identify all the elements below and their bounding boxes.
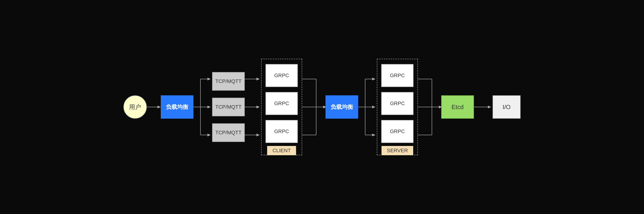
- client-grpc-2: GRPC: [265, 92, 298, 115]
- etcd-node: Etcd: [441, 95, 474, 119]
- branch-lines-right: [358, 67, 377, 147]
- architecture-diagram: 用户 负载均衡 TCP/MQTT TCP/MQ: [124, 59, 520, 155]
- svg-marker-13: [256, 106, 260, 108]
- client-grpc-2-label: GRPC: [274, 100, 289, 107]
- svg-marker-25: [372, 78, 376, 80]
- arrow-1: [147, 105, 161, 109]
- server-grpc-2: GRPC: [381, 92, 414, 115]
- server-grpc-1-label: GRPC: [390, 72, 405, 79]
- server-label: SERVER: [382, 146, 413, 155]
- lb2-label: 负载均衡: [331, 103, 353, 111]
- client-label: CLIENT: [267, 146, 296, 155]
- client-grpc-3-label: GRPC: [274, 128, 289, 135]
- client-grpc-1-label: GRPC: [274, 72, 289, 79]
- server-grpc-1: GRPC: [381, 64, 414, 87]
- svg-marker-27: [372, 106, 376, 108]
- tcp-mqtt-2-label: TCP/MQTT: [215, 104, 242, 110]
- client-grpc-1: GRPC: [265, 64, 298, 87]
- svg-marker-5: [208, 78, 211, 80]
- lb1-label: 负载均衡: [166, 103, 188, 111]
- arrows-tcp-to-grpc: [245, 67, 261, 147]
- client-box: GRPC GRPC GRPC CLIENT: [261, 59, 302, 155]
- server-grpc-3: GRPC: [381, 120, 414, 143]
- client-grpc-3: GRPC: [265, 120, 298, 143]
- server-grpc-2-label: GRPC: [390, 100, 405, 107]
- svg-marker-9: [208, 134, 211, 136]
- arrow-etcd-io: [474, 105, 492, 109]
- user-label: 用户: [129, 103, 141, 111]
- svg-marker-37: [488, 106, 491, 108]
- tcp-mqtt-1: TCP/MQTT: [212, 72, 245, 91]
- tcp-mqtt-2: TCP/MQTT: [212, 98, 245, 116]
- user-node: 用户: [124, 95, 147, 119]
- merge-to-etcd: [418, 67, 441, 147]
- io-node: I/O: [492, 95, 520, 119]
- svg-marker-7: [208, 106, 211, 108]
- etcd-label: Etcd: [452, 103, 464, 111]
- lb1-node: 负载均衡: [161, 95, 194, 119]
- io-label: I/O: [502, 103, 511, 111]
- svg-marker-11: [256, 78, 260, 80]
- tcp-mqtt-3-label: TCP/MQTT: [215, 130, 242, 136]
- tcp-mqtt-1-label: TCP/MQTT: [215, 78, 242, 84]
- svg-marker-1: [158, 106, 161, 108]
- branch-lines-left: [194, 67, 212, 147]
- svg-marker-21: [323, 106, 326, 108]
- server-box: GRPC GRPC GRPC SERVER: [377, 59, 418, 155]
- tcp-mqtt-column: TCP/MQTT TCP/MQTT TCP/MQTT: [212, 72, 245, 142]
- svg-marker-35: [439, 106, 441, 108]
- tcp-mqtt-3: TCP/MQTT: [212, 123, 245, 142]
- svg-marker-29: [372, 134, 376, 136]
- svg-marker-15: [256, 134, 260, 136]
- lb2-node: 负载均衡: [326, 95, 358, 119]
- server-grpc-3-label: GRPC: [390, 128, 405, 135]
- branch-lines-middle: [302, 67, 326, 147]
